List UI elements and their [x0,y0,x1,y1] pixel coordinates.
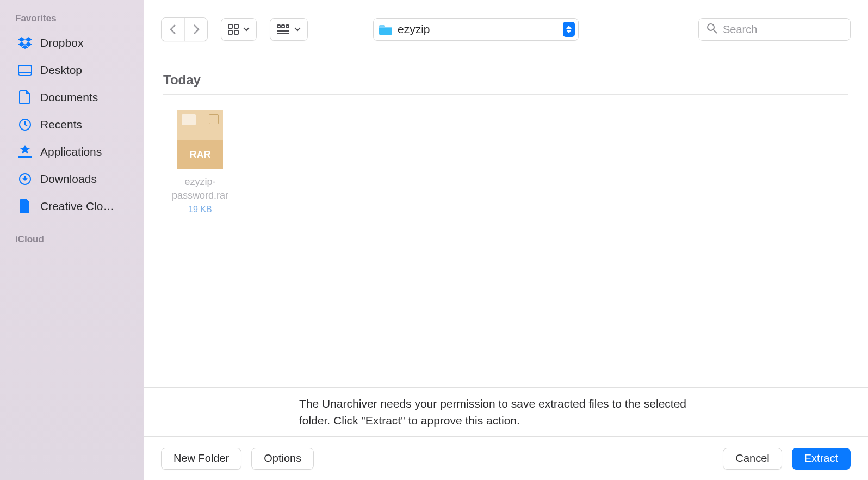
folder-icon [379,24,392,35]
sidebar-item-documents[interactable]: Documents [0,84,144,111]
svg-rect-0 [18,65,32,75]
sidebar-item-dropbox[interactable]: Dropbox [0,29,144,57]
recents-icon [17,117,33,132]
file-size: 19 KB [163,205,237,214]
sidebar-item-label: Applications [40,145,102,158]
sidebar-item-recents[interactable]: Recents [0,111,144,138]
svg-line-15 [714,30,717,33]
sidebar-item-label: Recents [40,118,82,131]
toolbar: ezyzip [144,0,868,59]
downloads-icon [17,171,33,187]
svg-point-14 [708,24,714,30]
desktop-icon [17,63,33,78]
path-dropdown[interactable]: ezyzip [373,18,579,41]
svg-rect-11 [286,25,289,28]
sidebar-item-label: Desktop [40,64,82,77]
applications-icon [17,144,33,159]
sidebar: Favorites Dropbox Desktop Documents Rece… [0,0,144,480]
permission-message: The Unarchiver needs your permission to … [144,387,868,436]
svg-rect-9 [277,25,280,28]
options-button[interactable]: Options [251,448,314,470]
view-group-mode-button[interactable] [270,18,308,41]
dropbox-icon [17,35,33,51]
svg-rect-7 [228,30,232,34]
content-area: Today RAR ezyzip- password.rar 19 KB [144,59,868,387]
new-folder-button[interactable]: New Folder [161,448,241,470]
main-panel: ezyzip Today RAR ezyzip- [144,0,868,480]
file-item[interactable]: RAR ezyzip- password.rar 19 KB [163,110,237,214]
search-input[interactable] [723,23,842,36]
extract-button[interactable]: Extract [792,448,851,470]
documents-icon [17,90,33,105]
svg-rect-3 [18,156,32,158]
chevron-down-icon [294,27,301,32]
section-title: Today [163,72,848,95]
sidebar-item-label: Documents [40,91,98,104]
file-name: ezyzip- password.rar [163,175,237,202]
bottom-bar: New Folder Options Cancel Extract [144,436,868,480]
view-icon-mode-button[interactable] [221,18,257,41]
rar-archive-icon: RAR [177,110,223,169]
sidebar-item-creative-cloud[interactable]: Creative Clo… [0,193,144,220]
sidebar-item-applications[interactable]: Applications [0,138,144,165]
cancel-button[interactable]: Cancel [723,448,782,470]
sidebar-item-label: Dropbox [40,36,83,50]
sidebar-item-label: Creative Clo… [40,200,115,213]
search-field[interactable] [698,18,851,41]
sidebar-section-favorites: Favorites [0,13,144,29]
sidebar-item-desktop[interactable]: Desktop [0,57,144,84]
back-button[interactable] [162,18,184,41]
sidebar-section-icloud: iCloud [0,234,144,250]
svg-rect-6 [234,24,238,28]
path-stepper-icon [563,22,575,37]
files-grid: RAR ezyzip- password.rar 19 KB [163,95,848,230]
sidebar-item-downloads[interactable]: Downloads [0,165,144,193]
sidebar-item-label: Downloads [40,173,97,186]
file-icon [17,199,33,214]
path-name: ezyzip [398,23,557,36]
chevron-down-icon [243,27,250,32]
svg-rect-5 [228,24,232,28]
svg-rect-8 [234,30,238,34]
nav-history-group [161,17,208,41]
svg-rect-10 [282,25,284,28]
search-icon [706,23,717,36]
forward-button[interactable] [184,18,207,41]
